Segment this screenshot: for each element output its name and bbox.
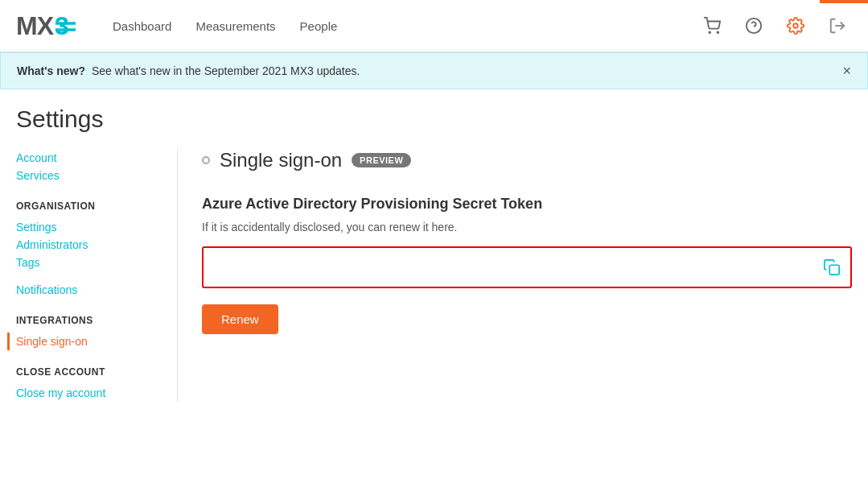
sidebar-item-close-account[interactable]: Close my account xyxy=(16,384,161,402)
sidebar-item-tags[interactable]: Tags xyxy=(16,254,161,271)
settings-button[interactable] xyxy=(781,11,810,40)
banner-close-button[interactable]: × xyxy=(842,63,851,80)
logout-button[interactable] xyxy=(823,11,852,40)
logout-icon xyxy=(829,17,846,35)
orange-accent-bar xyxy=(820,0,868,3)
logo-svg: MX 3 xyxy=(16,10,80,41)
preview-badge: PREVIEW xyxy=(352,153,411,167)
svg-rect-10 xyxy=(829,265,839,275)
page-body: Settings Account Services ORGANISATION S… xyxy=(0,89,868,402)
sidebar-section-organisation: ORGANISATION xyxy=(16,200,161,212)
copy-token-button[interactable] xyxy=(823,258,841,276)
svg-text:3: 3 xyxy=(55,11,68,40)
sidebar-section-integrations: INTEGRATIONS xyxy=(16,315,161,326)
token-field-wrapper xyxy=(202,246,852,288)
svg-text:MX: MX xyxy=(16,11,55,40)
main-content: Single sign-on PREVIEW Azure Active Dire… xyxy=(177,149,852,402)
svg-point-5 xyxy=(717,31,718,33)
sidebar-item-services[interactable]: Services xyxy=(16,167,161,184)
question-circle-icon xyxy=(745,17,763,35)
banner-bold-text: What's new? xyxy=(17,64,85,77)
nav-people[interactable]: People xyxy=(300,19,338,33)
nav-links: Dashboard Measurements People xyxy=(113,19,697,33)
gear-icon xyxy=(787,17,804,35)
token-card: Azure Active Directory Provisioning Secr… xyxy=(202,196,852,334)
sidebar-item-sso[interactable]: Single sign-on xyxy=(7,333,161,350)
whats-new-banner: What's new? See what's new in the Septem… xyxy=(0,52,868,89)
svg-point-8 xyxy=(793,23,798,28)
logo: MX 3 xyxy=(16,10,80,41)
banner-message: See what's new in the September 2021 MX3… xyxy=(92,64,360,77)
card-desc: If it is accidentally disclosed, you can… xyxy=(202,221,852,233)
page-content: Account Services ORGANISATION Settings A… xyxy=(16,149,852,402)
sidebar-item-notifications[interactable]: Notifications xyxy=(16,281,161,299)
help-button[interactable] xyxy=(739,11,768,40)
sidebar-item-account[interactable]: Account xyxy=(16,149,161,167)
sidebar-section-close-account: CLOSE ACCOUNT xyxy=(16,366,161,378)
nav-dashboard[interactable]: Dashboard xyxy=(113,19,171,33)
section-header: Single sign-on PREVIEW xyxy=(202,149,852,171)
cart-icon xyxy=(703,17,721,35)
token-input[interactable] xyxy=(213,261,823,274)
card-title: Azure Active Directory Provisioning Secr… xyxy=(202,196,852,213)
nav-icons xyxy=(697,11,852,40)
svg-point-4 xyxy=(709,31,710,33)
page-title: Settings xyxy=(16,105,852,133)
copy-icon xyxy=(823,258,841,276)
top-nav: MX 3 Dashboard Measurements People xyxy=(0,0,868,52)
cart-button[interactable] xyxy=(697,11,726,40)
section-title: Single sign-on xyxy=(220,149,342,171)
renew-button[interactable]: Renew xyxy=(202,304,278,334)
sidebar-item-org-settings[interactable]: Settings xyxy=(16,218,161,236)
nav-measurements[interactable]: Measurements xyxy=(195,19,275,33)
sidebar-item-administrators[interactable]: Administrators xyxy=(16,236,161,254)
section-bullet xyxy=(202,156,210,164)
sidebar: Account Services ORGANISATION Settings A… xyxy=(16,149,177,402)
